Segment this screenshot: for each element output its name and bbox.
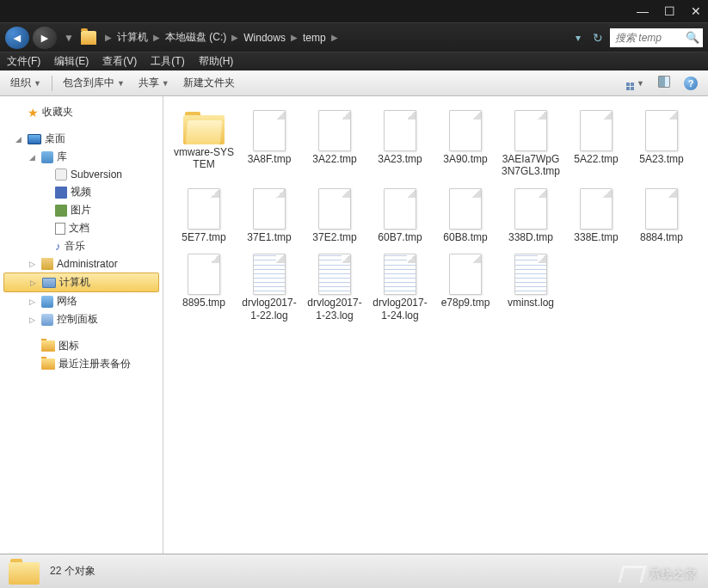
menu-view[interactable]: 查看(V) [102, 54, 137, 69]
file-item[interactable]: vmware-SYSTEM [172, 107, 236, 181]
file-label: 5A22.tmp [574, 153, 618, 165]
navigation-bar: ◄ ► ▼ ▶ 计算机 ▶ 本地磁盘 (C:) ▶ Windows ▶ temp… [0, 22, 708, 52]
text-file-icon [384, 254, 416, 295]
watermark: 系统之家 [620, 566, 698, 583]
refresh-icon[interactable]: ↻ [589, 31, 606, 45]
breadcrumb-segment[interactable]: 计算机 [117, 30, 148, 45]
tree-desktop[interactable]: ◢桌面 [0, 130, 163, 148]
file-item[interactable]: 8884.tmp [630, 185, 693, 247]
user-icon [41, 258, 53, 270]
blank-file-icon [645, 188, 678, 230]
chevron-right-icon[interactable]: ▶ [105, 33, 112, 42]
help-button[interactable]: ? [680, 77, 701, 90]
toolbar: 组织▼ 包含到库中▼ 共享▼ 新建文件夹 ▼ ? [0, 70, 708, 96]
folder-icon [81, 31, 96, 45]
file-item[interactable]: vminst.log [499, 250, 563, 325]
control-panel-icon [41, 314, 53, 326]
file-item[interactable]: drvlog2017-1-24.log [368, 250, 432, 325]
breadcrumb-segment[interactable]: temp [303, 32, 326, 44]
tree-library[interactable]: ◢库 [0, 148, 163, 166]
menu-file[interactable]: 文件(F) [7, 54, 40, 69]
history-dropdown-icon[interactable]: ▼ [60, 32, 77, 44]
expand-icon[interactable]: ▷ [29, 297, 38, 306]
chevron-right-icon[interactable]: ▶ [231, 33, 238, 42]
preview-pane-button[interactable] [655, 76, 674, 90]
file-item[interactable]: 3A22.tmp [303, 107, 366, 181]
picture-icon [55, 205, 67, 217]
file-label: drvlog2017-1-23.log [305, 297, 365, 322]
tree-network[interactable]: ▷网络 [0, 292, 163, 310]
file-label: drvlog2017-1-22.log [239, 297, 299, 322]
file-item[interactable]: 37E2.tmp [303, 185, 366, 247]
menu-tools[interactable]: 工具(T) [151, 54, 184, 69]
star-icon: ★ [28, 106, 39, 119]
tree-subversion[interactable]: Subversion [0, 166, 163, 183]
breadcrumb[interactable]: ▶ 计算机 ▶ 本地磁盘 (C:) ▶ Windows ▶ temp ▶ [100, 30, 567, 45]
maximize-button[interactable]: ☐ [664, 4, 675, 18]
include-library-button[interactable]: 包含到库中▼ [59, 74, 128, 92]
tree-picture[interactable]: 图片 [0, 201, 163, 219]
tree-music[interactable]: ♪音乐 [0, 237, 163, 255]
blank-file-icon [188, 254, 220, 295]
file-list[interactable]: vmware-SYSTEM3A8F.tmp3A22.tmp3A23.tmp3A9… [163, 96, 708, 554]
file-item[interactable]: 60B7.tmp [368, 185, 432, 247]
file-label: 338D.tmp [508, 231, 553, 243]
collapse-icon[interactable]: ◢ [15, 135, 24, 144]
file-item[interactable]: 3A8F.tmp [237, 107, 301, 181]
expand-icon[interactable]: ▷ [29, 315, 38, 324]
chevron-right-icon[interactable]: ▶ [153, 33, 160, 42]
file-label: 60B8.tmp [443, 231, 487, 243]
file-item[interactable]: 5A23.tmp [630, 107, 693, 181]
file-item[interactable]: 3AEIa7WpG3N7GL3.tmp [499, 107, 563, 181]
view-mode-button[interactable]: ▼ [623, 77, 648, 90]
file-label: e78p9.tmp [441, 297, 490, 309]
breadcrumb-segment[interactable]: 本地磁盘 (C:) [165, 30, 226, 45]
back-button[interactable]: ◄ [5, 27, 29, 49]
tree-favorites[interactable]: ★收藏夹 [0, 103, 163, 121]
file-item[interactable]: 3A90.tmp [434, 107, 497, 181]
tree-computer[interactable]: ▷计算机 [3, 273, 159, 292]
expand-icon[interactable]: ▷ [30, 279, 39, 287]
file-item[interactable]: drvlog2017-1-23.log [303, 250, 366, 325]
tree-administrator[interactable]: ▷Administrator [0, 255, 163, 273]
file-item[interactable]: 60B8.tmp [434, 185, 497, 247]
file-label: 3A23.tmp [378, 153, 422, 165]
music-icon: ♪ [55, 240, 61, 253]
search-icon[interactable]: 🔍 [686, 31, 699, 44]
pane-icon [658, 76, 670, 88]
organize-button[interactable]: 组织▼ [7, 74, 45, 92]
chevron-right-icon[interactable]: ▶ [331, 33, 338, 42]
file-item[interactable]: 338D.tmp [499, 185, 563, 247]
tree-reg-backup[interactable]: 最近注册表备份 [0, 355, 163, 373]
blank-file-icon [449, 110, 482, 151]
file-item[interactable]: e78p9.tmp [434, 250, 497, 325]
status-bar: 22 个对象 系统之家 [0, 554, 708, 588]
minimize-button[interactable]: — [637, 4, 649, 18]
file-item[interactable]: 5E77.tmp [172, 185, 236, 247]
chevron-down-icon: ▼ [117, 79, 125, 88]
file-item[interactable]: 3A23.tmp [368, 107, 432, 181]
file-item[interactable]: drvlog2017-1-22.log [237, 250, 301, 325]
file-label: 37E2.tmp [312, 231, 356, 243]
collapse-icon[interactable]: ◢ [29, 153, 38, 162]
menu-edit[interactable]: 编辑(E) [54, 54, 89, 69]
close-button[interactable]: ✕ [691, 4, 701, 18]
forward-button[interactable]: ► [33, 27, 57, 49]
tree-icons[interactable]: 图标 [0, 337, 163, 355]
new-folder-button[interactable]: 新建文件夹 [180, 74, 238, 92]
share-button[interactable]: 共享▼ [135, 74, 173, 92]
tree-document[interactable]: 文档 [0, 219, 163, 237]
file-item[interactable]: 5A22.tmp [564, 107, 628, 181]
file-item[interactable]: 338E.tmp [564, 185, 628, 247]
video-icon [55, 187, 67, 199]
chevron-right-icon[interactable]: ▶ [291, 33, 298, 42]
breadcrumb-segment[interactable]: Windows [243, 32, 286, 44]
folder-icon [41, 358, 55, 370]
address-dropdown-icon[interactable]: ▾ [570, 32, 586, 44]
expand-icon[interactable]: ▷ [29, 260, 38, 268]
tree-control-panel[interactable]: ▷控制面板 [0, 310, 163, 328]
file-item[interactable]: 8895.tmp [172, 250, 236, 325]
file-item[interactable]: 37E1.tmp [237, 185, 301, 247]
tree-video[interactable]: 视频 [0, 183, 163, 201]
menu-help[interactable]: 帮助(H) [199, 54, 234, 69]
